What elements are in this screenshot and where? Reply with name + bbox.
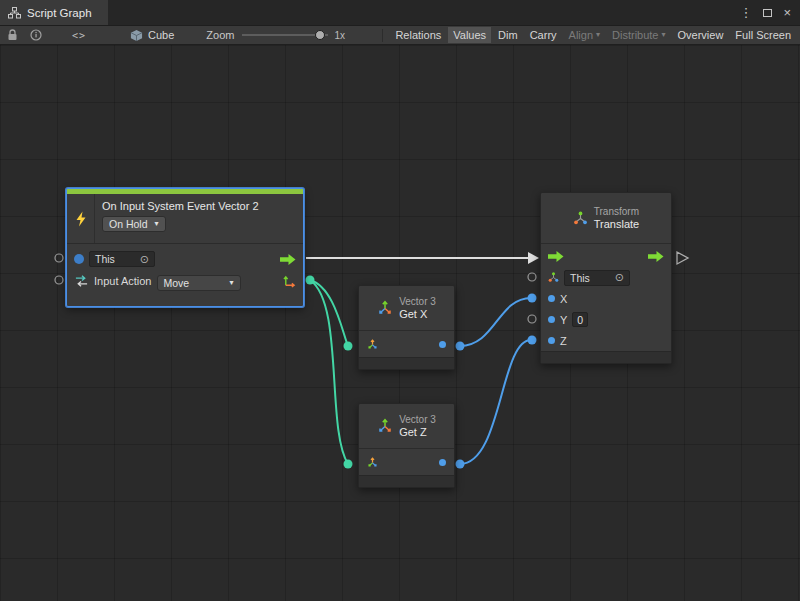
vector3-input-icon[interactable]	[367, 339, 378, 350]
vector3-icon	[377, 300, 393, 316]
graph-canvas[interactable]: On Input System Event Vector 2 On Hold ▾…	[0, 45, 800, 601]
code-icon[interactable]: <>	[72, 30, 86, 41]
translate-footer	[541, 351, 671, 363]
event-action-row: Input Action Move ▾	[67, 270, 303, 292]
flow-arrowhead	[528, 252, 539, 264]
menu-icon[interactable]: ⋮	[739, 6, 752, 19]
flow-input-arrow-icon[interactable]	[548, 251, 564, 262]
node-on-input-system-event[interactable]: On Input System Event Vector 2 On Hold ▾…	[66, 188, 304, 307]
zoom-slider-handle[interactable]	[315, 30, 325, 40]
input-action-dropdown[interactable]: Move ▾	[157, 275, 241, 291]
info-icon[interactable]	[30, 29, 42, 41]
event-mode-value: On Hold	[109, 218, 148, 230]
port-getz-output[interactable]	[456, 460, 465, 469]
flow-output-arrow-icon[interactable]	[280, 254, 296, 265]
dim-button[interactable]: Dim	[493, 27, 523, 43]
overview-button[interactable]: Overview	[673, 27, 729, 43]
lock-icon[interactable]	[7, 29, 18, 41]
wire-vector2-to-getz[interactable]	[310, 280, 348, 464]
port-getx-output[interactable]	[456, 342, 465, 351]
port-getz-input[interactable]	[344, 460, 353, 469]
event-this-label: This	[95, 253, 115, 265]
input-action-icon	[74, 274, 89, 288]
x-label: X	[560, 293, 567, 305]
toolbar-buttons: Relations Values Dim Carry Align ▾ Distr…	[377, 27, 797, 43]
input-action-value: Move	[164, 277, 190, 289]
port-translate-z[interactable]	[528, 336, 537, 345]
translate-title: Translate	[594, 218, 639, 230]
toolbar-separator	[382, 29, 383, 42]
translate-this-field[interactable]: This ⊙	[564, 270, 630, 286]
tab-title: Script Graph	[27, 7, 92, 19]
y-value-field[interactable]: 0	[572, 312, 588, 327]
port-getx-input[interactable]	[344, 342, 353, 351]
port-translate-y[interactable]	[528, 315, 536, 323]
fullscreen-button[interactable]: Full Screen	[730, 27, 796, 43]
y-input-dot[interactable]	[548, 316, 555, 323]
x-input-dot[interactable]	[548, 295, 555, 302]
getx-footer	[359, 357, 454, 369]
zoom-value: 1x	[334, 30, 345, 41]
port-translate-this[interactable]	[528, 273, 536, 281]
translate-z-row: Z	[541, 330, 671, 351]
getx-title: Get X	[399, 308, 436, 320]
maximize-icon[interactable]	[763, 6, 772, 19]
event-node-header: On Input System Event Vector 2 On Hold ▾	[67, 194, 303, 244]
getx-port-row	[359, 331, 454, 357]
cube-icon	[130, 29, 143, 42]
close-icon[interactable]: ×	[783, 6, 791, 19]
values-button[interactable]: Values	[448, 27, 491, 43]
align-button[interactable]: Align ▾	[564, 27, 605, 43]
script-graph-window: Script Graph ⋮ × <>	[0, 0, 800, 601]
z-label: Z	[560, 335, 567, 347]
getx-output-dot[interactable]	[439, 341, 446, 348]
maximize-box	[763, 9, 772, 17]
graph-toolbar: <> Cube Zoom 1x Relations Values Dim Car…	[0, 25, 800, 45]
distribute-button[interactable]: Distribute ▾	[607, 27, 670, 43]
node-get-z[interactable]: Vector 3 Get Z	[358, 403, 455, 488]
wire-getx-to-x[interactable]	[460, 298, 531, 346]
getz-category: Vector 3	[399, 414, 436, 425]
relations-button[interactable]: Relations	[390, 27, 446, 43]
event-this-field[interactable]: This ⊙	[89, 251, 155, 267]
chevron-down-icon: ▾	[229, 279, 233, 287]
translate-this-label: This	[570, 272, 590, 284]
port-translate-flow-out[interactable]	[677, 252, 688, 264]
port-event-this[interactable]	[55, 254, 63, 262]
port-translate-x[interactable]	[528, 294, 537, 303]
node-translate[interactable]: Transform Translate	[540, 192, 672, 364]
y-label: Y	[560, 314, 567, 326]
getz-port-row	[359, 449, 454, 475]
z-input-dot[interactable]	[548, 337, 555, 344]
object-name: Cube	[148, 29, 174, 41]
port-event-action[interactable]	[55, 276, 63, 284]
target-icon: ⊙	[140, 254, 149, 265]
wire-getz-to-z[interactable]	[460, 340, 531, 464]
target-object-chip[interactable]: Cube	[130, 29, 174, 42]
event-this-row: This ⊙	[67, 248, 303, 270]
graph-icon	[8, 7, 21, 19]
vector2-output-icon[interactable]	[283, 275, 296, 288]
getz-title: Get Z	[399, 426, 436, 438]
lightning-icon	[67, 194, 95, 243]
distribute-label: Distribute	[612, 29, 658, 41]
chevron-down-icon: ▾	[596, 31, 600, 39]
vector3-input-icon[interactable]	[367, 457, 378, 468]
translate-body: This ⊙ X Y 0 Z	[541, 244, 671, 351]
chevron-down-icon: ▾	[662, 31, 666, 39]
zoom-slider[interactable]	[242, 29, 328, 41]
port-vector2-output[interactable]	[306, 276, 315, 285]
flow-output-arrow-icon[interactable]	[648, 251, 664, 262]
zoom-label: Zoom	[206, 29, 234, 41]
event-mode-dropdown[interactable]: On Hold ▾	[102, 216, 166, 232]
event-node-title: On Input System Event Vector 2	[102, 200, 297, 212]
event-node-body: This ⊙ Input Action Move	[67, 244, 303, 306]
getz-header: Vector 3 Get Z	[359, 404, 454, 449]
tab-script-graph[interactable]: Script Graph	[0, 0, 108, 25]
wire-vector2-to-getx[interactable]	[310, 280, 348, 346]
titlebar: Script Graph ⋮ ×	[0, 0, 800, 25]
getz-output-dot[interactable]	[439, 459, 446, 466]
node-get-x[interactable]: Vector 3 Get X	[358, 285, 455, 370]
transform-icon	[573, 211, 588, 226]
carry-button[interactable]: Carry	[525, 27, 562, 43]
